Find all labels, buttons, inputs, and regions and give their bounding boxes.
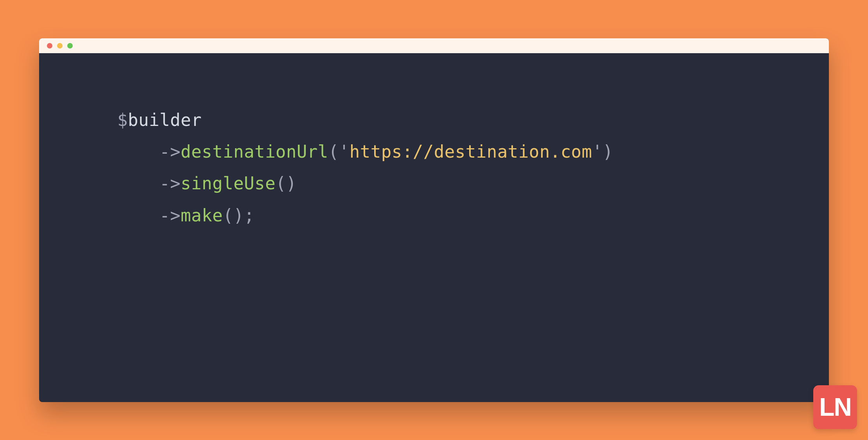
code-window: $builder ->destinationUrl('https://desti…: [39, 38, 829, 402]
string-literal: https://destination.com: [350, 142, 592, 162]
arrow-operator: ->: [160, 142, 181, 162]
arrow-operator: ->: [160, 173, 181, 193]
variable-name: builder: [128, 110, 202, 130]
close-icon[interactable]: [47, 43, 52, 48]
code-line-1: $builder: [117, 104, 794, 136]
method-destinationurl: destinationUrl: [181, 142, 328, 162]
logo-text: LN: [819, 393, 851, 422]
logo-badge: LN: [813, 385, 857, 429]
method-singleuse: singleUse: [181, 173, 276, 193]
code-line-2: ->destinationUrl('https://destination.co…: [117, 136, 794, 167]
code-line-3: ->singleUse(): [117, 167, 794, 199]
dollar-sign: $: [117, 110, 128, 130]
method-make: make: [181, 205, 223, 225]
code-line-4: ->make();: [117, 199, 794, 231]
code-editor: $builder ->destinationUrl('https://desti…: [39, 53, 829, 402]
window-titlebar: [39, 38, 829, 53]
maximize-icon[interactable]: [67, 43, 73, 48]
minimize-icon[interactable]: [57, 43, 63, 48]
arrow-operator: ->: [160, 205, 181, 225]
